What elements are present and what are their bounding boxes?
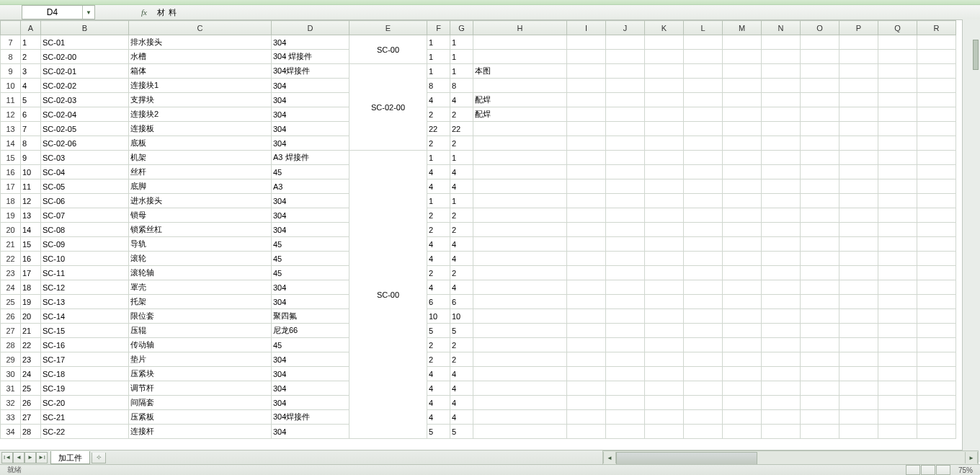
cell-J17[interactable] — [606, 179, 645, 194]
cell-J11[interactable] — [606, 93, 645, 107]
cell-F32[interactable]: 4 — [427, 396, 450, 410]
cell-J7[interactable] — [606, 35, 645, 50]
cell-J16[interactable] — [606, 165, 645, 179]
cell-O7[interactable] — [801, 35, 839, 50]
cell-I30[interactable] — [567, 367, 606, 381]
cell-R21[interactable] — [917, 237, 956, 252]
cell-A33[interactable]: 27 — [21, 410, 41, 425]
cell-G15[interactable]: 1 — [450, 151, 473, 165]
cell-H22[interactable] — [473, 252, 567, 266]
cell-R15[interactable] — [917, 151, 956, 165]
cell-L7[interactable] — [684, 35, 723, 50]
cell-K11[interactable] — [645, 93, 684, 107]
cell-B15[interactable]: SC-03 — [41, 151, 129, 165]
cell-F25[interactable]: 6 — [427, 295, 450, 309]
cell-B19[interactable]: SC-07 — [41, 208, 129, 223]
row-header[interactable]: 23 — [1, 266, 21, 280]
cell-F29[interactable]: 2 — [427, 352, 450, 367]
cell-A28[interactable]: 22 — [21, 338, 41, 352]
cell-G18[interactable]: 1 — [450, 194, 473, 208]
column-header-G[interactable]: G — [450, 21, 473, 35]
cell-R17[interactable] — [917, 179, 956, 194]
cell-K8[interactable] — [645, 50, 684, 64]
cell-P33[interactable] — [839, 410, 878, 425]
cell-M12[interactable] — [723, 107, 762, 122]
cell-H29[interactable] — [473, 352, 567, 367]
cell-L30[interactable] — [684, 367, 723, 381]
cell-P14[interactable] — [839, 136, 878, 151]
cell-H25[interactable] — [473, 295, 567, 309]
cell-R28[interactable] — [917, 338, 956, 352]
cell-F24[interactable]: 4 — [427, 280, 450, 295]
cell-M23[interactable] — [723, 266, 762, 280]
cell-Q11[interactable] — [878, 93, 917, 107]
cell-N33[interactable] — [762, 410, 801, 425]
row-header[interactable]: 17 — [1, 179, 21, 194]
cell-D27[interactable]: 尼龙66 — [272, 324, 349, 338]
cell-N22[interactable] — [762, 252, 801, 266]
cell-K22[interactable] — [645, 252, 684, 266]
column-header-Q[interactable]: Q — [878, 21, 917, 35]
cell-N34[interactable] — [762, 425, 801, 439]
cell-H16[interactable] — [473, 165, 567, 179]
cell-M11[interactable] — [723, 93, 762, 107]
cell-C22[interactable]: 滚轮 — [129, 252, 272, 266]
cell-N30[interactable] — [762, 367, 801, 381]
cell-K16[interactable] — [645, 165, 684, 179]
cell-A11[interactable]: 5 — [21, 93, 41, 107]
cell-P24[interactable] — [839, 280, 878, 295]
row-header[interactable]: 20 — [1, 223, 21, 237]
cell-M32[interactable] — [723, 396, 762, 410]
cell-D34[interactable]: 304 — [272, 425, 349, 439]
cell-I25[interactable] — [567, 295, 606, 309]
column-header-P[interactable]: P — [839, 21, 878, 35]
cell-M31[interactable] — [723, 381, 762, 396]
cell-Q30[interactable] — [878, 367, 917, 381]
cell-B31[interactable]: SC-19 — [41, 381, 129, 396]
cell-C21[interactable]: 导轨 — [129, 237, 272, 252]
row-header[interactable]: 34 — [1, 425, 21, 439]
cell-D13[interactable]: 304 — [272, 122, 349, 136]
cell-D30[interactable]: 304 — [272, 367, 349, 381]
cell-I8[interactable] — [567, 50, 606, 64]
row-header[interactable]: 10 — [1, 79, 21, 93]
cell-B29[interactable]: SC-17 — [41, 352, 129, 367]
cell-G16[interactable]: 4 — [450, 165, 473, 179]
cell-F10[interactable]: 8 — [427, 79, 450, 93]
row-header[interactable]: 31 — [1, 381, 21, 396]
cell-P15[interactable] — [839, 151, 878, 165]
column-header-L[interactable]: L — [684, 21, 723, 35]
column-header-B[interactable]: B — [41, 21, 129, 35]
cell-R10[interactable] — [917, 79, 956, 93]
cell-G30[interactable]: 4 — [450, 367, 473, 381]
cell-L13[interactable] — [684, 122, 723, 136]
cell-G12[interactable]: 2 — [450, 107, 473, 122]
cell-Q27[interactable] — [878, 324, 917, 338]
cell-A15[interactable]: 9 — [21, 151, 41, 165]
row-header[interactable]: 18 — [1, 194, 21, 208]
cell-P18[interactable] — [839, 194, 878, 208]
cell-K33[interactable] — [645, 410, 684, 425]
cell-F13[interactable]: 22 — [427, 122, 450, 136]
sheet-tab-active[interactable]: 加工件 — [50, 451, 90, 464]
cell-F26[interactable]: 10 — [427, 309, 450, 324]
cell-C10[interactable]: 连接块1 — [129, 79, 272, 93]
spreadsheet-table[interactable]: ABCDEFGHIJKLMNOPQR71SC-01排水接头304SC-00118… — [0, 20, 956, 439]
cell-M34[interactable] — [723, 425, 762, 439]
cell-L14[interactable] — [684, 136, 723, 151]
cell-R23[interactable] — [917, 266, 956, 280]
cell-A31[interactable]: 25 — [21, 381, 41, 396]
cell-J9[interactable] — [606, 64, 645, 79]
cell-O13[interactable] — [801, 122, 839, 136]
cell-P9[interactable] — [839, 64, 878, 79]
cell-F34[interactable]: 5 — [427, 425, 450, 439]
cell-L11[interactable] — [684, 93, 723, 107]
cell-J12[interactable] — [606, 107, 645, 122]
cell-J13[interactable] — [606, 122, 645, 136]
cell-M7[interactable] — [723, 35, 762, 50]
cell-K34[interactable] — [645, 425, 684, 439]
cell-P20[interactable] — [839, 223, 878, 237]
cell-J28[interactable] — [606, 338, 645, 352]
cell-L24[interactable] — [684, 280, 723, 295]
hscroll-left[interactable]: ◄ — [603, 452, 616, 463]
